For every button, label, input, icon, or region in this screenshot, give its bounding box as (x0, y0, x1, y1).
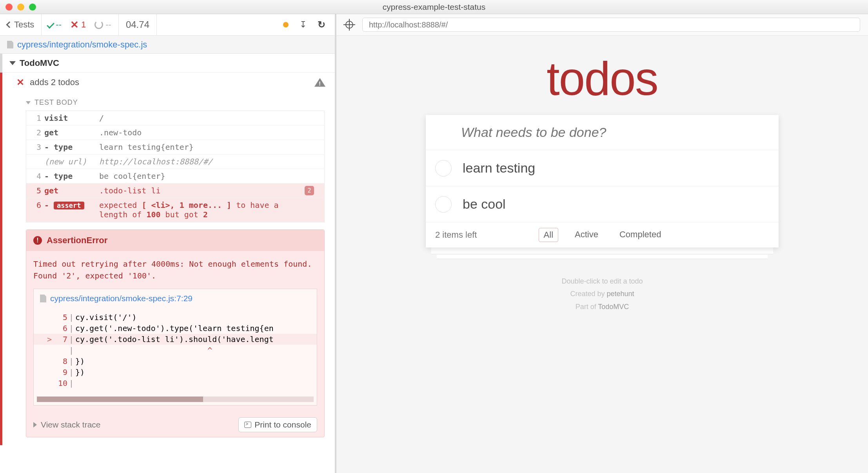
todomvc-link[interactable]: TodoMVC (598, 303, 629, 311)
command-row[interactable]: 1visit/ (26, 111, 324, 126)
error-location-row[interactable]: cypress/integration/smoke-spec.js:7:29 (34, 289, 317, 308)
error-header: ! AssertionError (26, 230, 324, 251)
back-to-tests-button[interactable]: Tests (0, 14, 42, 35)
test-duration: 04.74 (119, 14, 157, 35)
caret-down-icon (9, 61, 16, 65)
window-titlebar: cypress-example-test-status (0, 0, 868, 14)
test-body-header[interactable]: TEST BODY (26, 95, 325, 111)
error-name: AssertionError (47, 235, 107, 246)
command-log: 1visit/2get.new-todo3- typelearn testing… (26, 111, 325, 222)
test-title: adds 2 todos (30, 77, 79, 87)
aut-panel: todos learn testingbe cool 2 items left … (336, 14, 868, 473)
test-row[interactable]: ✕ adds 2 todos (0, 73, 335, 92)
new-todo-input[interactable] (426, 115, 779, 150)
todo-toggle[interactable] (435, 160, 452, 176)
failed-count: ✕1 (70, 19, 86, 31)
view-stack-trace[interactable]: View stack trace (41, 420, 101, 429)
command-row[interactable]: 5get.todo-list li2 (26, 184, 324, 198)
command-row[interactable]: (new url)http://localhost:8888/#/ (26, 155, 324, 169)
test-detail: TEST BODY 1visit/2get.new-todo3- typelea… (0, 92, 335, 445)
minimize-window-icon[interactable] (17, 4, 24, 11)
todo-footer: 2 items left All Active Completed (426, 222, 779, 247)
x-icon: ✕ (70, 19, 79, 31)
app-title: todos (547, 51, 658, 106)
todo-label: learn testing (463, 160, 535, 176)
filter-completed[interactable]: Completed (615, 228, 666, 242)
selector-playground-icon[interactable] (344, 20, 354, 30)
test-body-label: TEST BODY (35, 98, 78, 107)
code-lines: 5| cy.visit('/')6| cy.get('.new-todo').t… (34, 308, 317, 394)
aut-url-input[interactable] (362, 18, 860, 32)
code-line: 6| cy.get('.new-todo').type('learn testi… (34, 323, 317, 334)
reporter-toolbar: Tests -- ✕1 -- 04.74 ↧ ↻ (0, 14, 335, 36)
info-line-2: Created by petehunt (561, 287, 643, 300)
back-label: Tests (14, 20, 34, 30)
command-row[interactable]: 3- typelearn testing{enter} (26, 140, 324, 155)
reporter-panel: Tests -- ✕1 -- 04.74 ↧ ↻ cypress/integra… (0, 14, 336, 473)
fail-icon: ✕ (16, 77, 24, 88)
app-info: Double-click to edit a todo Created by p… (561, 275, 643, 313)
horizontal-scrollbar[interactable] (37, 397, 314, 402)
code-line: 5| cy.visit('/') (34, 312, 317, 323)
spinner-icon (94, 20, 103, 29)
error-box: ! AssertionError Timed out retrying afte… (26, 229, 325, 437)
maximize-window-icon[interactable] (29, 4, 36, 11)
filter-active[interactable]: Active (570, 228, 603, 242)
filter-group: All Active Completed (435, 228, 769, 242)
error-message: Timed out retrying after 4000ms: Not eno… (26, 251, 324, 289)
app-frame: todos learn testingbe cool 2 items left … (336, 36, 868, 473)
todo-app: learn testingbe cool 2 items left All Ac… (426, 115, 779, 247)
caret-down-icon (26, 101, 31, 104)
pending-count: -- (94, 20, 111, 30)
rerun-button[interactable]: ↻ (318, 19, 325, 30)
code-line: >7| cy.get('.todo-list li').should('have… (34, 334, 317, 345)
terminal-icon (244, 422, 251, 428)
aut-url-bar (336, 14, 868, 36)
warning-icon (314, 78, 325, 87)
status-dot-icon (283, 22, 289, 27)
error-code-frame: cypress/integration/smoke-spec.js:7:29 5… (33, 289, 317, 406)
close-window-icon[interactable] (5, 4, 13, 11)
info-line-1: Double-click to edit a todo (561, 275, 643, 287)
window-title: cypress-example-test-status (0, 2, 868, 12)
file-icon (40, 295, 46, 302)
spec-path-bar[interactable]: cypress/integration/smoke-spec.js (0, 36, 335, 54)
todo-list: learn testingbe cool (426, 150, 779, 222)
todo-toggle[interactable] (435, 196, 452, 213)
filter-all[interactable]: All (539, 228, 558, 242)
author-link[interactable]: petehunt (607, 290, 634, 298)
todo-label: be cool (463, 196, 506, 212)
caret-right-icon (33, 422, 37, 428)
spec-path: cypress/integration/smoke-spec.js (17, 40, 147, 50)
error-location: cypress/integration/smoke-spec.js:7:29 (50, 294, 192, 303)
command-row[interactable]: 2get.new-todo (26, 126, 324, 140)
passed-count: -- (49, 20, 62, 30)
suite-header[interactable]: TodoMVC (0, 54, 335, 73)
todo-item[interactable]: learn testing (426, 150, 779, 186)
code-line: 9|}) (34, 367, 317, 378)
check-icon (47, 21, 54, 29)
command-row[interactable]: 6- assertexpected [ <li>, 1 more... ] to… (26, 198, 324, 222)
code-line: 8| }) (34, 356, 317, 367)
chevron-left-icon (6, 22, 13, 28)
code-line: 10| (34, 378, 317, 389)
code-line: | ^ (34, 345, 317, 356)
info-line-3: Part of TodoMVC (561, 300, 643, 313)
suite-name: TodoMVC (20, 58, 59, 68)
error-icon: ! (33, 236, 42, 245)
auto-scroll-toggle[interactable]: ↧ (300, 20, 307, 30)
todo-item[interactable]: be cool (426, 186, 779, 222)
command-row[interactable]: 4- typebe cool{enter} (26, 169, 324, 184)
print-to-console-button[interactable]: Print to console (238, 417, 317, 432)
file-icon (7, 41, 13, 49)
